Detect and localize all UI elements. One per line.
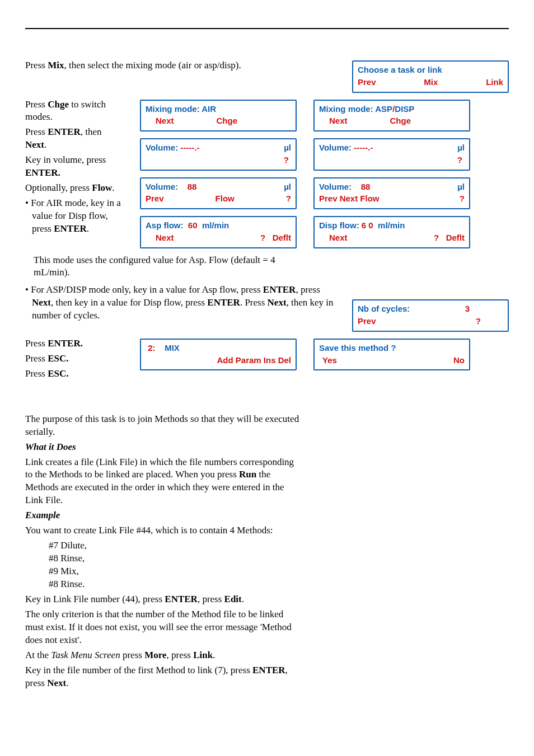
lcd-q[interactable]: ? [284, 154, 291, 166]
air-bullet: • For AIR mode, key in a value for Disp … [25, 197, 123, 236]
lcd-choose-task: Choose a task or link Prev Mix Link [352, 60, 509, 93]
lcd-mixing-asp: Mixing mode: ASP/DISP Next Chge [313, 100, 470, 132]
lcd-prev[interactable]: Prev [146, 192, 164, 205]
method-2: #8 Rinse, [25, 552, 299, 565]
example-heading: Example [25, 509, 299, 522]
lcd-flow[interactable]: Flow [216, 192, 235, 205]
lcd-next[interactable]: Next [319, 115, 348, 127]
t: Press [25, 60, 48, 71]
chge-text: Press Chge to switch modes. [25, 98, 123, 124]
lcd-unit: µl [284, 142, 291, 154]
t: , then select the mixing mode (air or as… [64, 60, 241, 71]
lcd-unit: µl [284, 181, 291, 193]
lcd-q[interactable]: ? [260, 233, 265, 242]
lcd-mixing-air: Mixing mode: AIR Next Chge [140, 100, 297, 132]
bold-mix: Mix [48, 60, 64, 71]
taskmenu-text: At the Task Menu Screen press More, pres… [25, 649, 299, 662]
lcd-line: Save this method ? [319, 342, 396, 354]
lcd-stack-right: Mixing mode: ASP/DISP Next Chge Volume: … [313, 96, 470, 252]
lcd-disp-flow: Disp flow: 6 0 ml/min Next ? Deflt [313, 216, 470, 248]
left-instructions: Press Chge to switch modes. Press ENTER,… [25, 96, 123, 252]
keyfirst-text: Key in the file number of the first Meth… [25, 664, 299, 690]
lcd-line: Mixing mode: ASP/DISP [319, 103, 414, 115]
lcd-q[interactable]: ? [457, 154, 465, 166]
lcd-chge[interactable]: Chge [390, 115, 411, 127]
method-3: #9 Mix, [25, 565, 299, 578]
press-esc-2: Press ESC. [25, 368, 123, 381]
lcd-volume-88-a: Volume: 88 µl Prev Flow ? [140, 177, 297, 210]
optflow-text: Optionally, press Flow. [25, 182, 123, 195]
lcd-yes[interactable]: Yes [319, 354, 337, 367]
lcd-next[interactable]: Next [146, 232, 174, 244]
lcd-cycles: Nb of cycles: 3 Prev ? [352, 299, 509, 332]
mode-flex-row: Press Chge to switch modes. Press ENTER,… [25, 96, 509, 252]
lcd-prev[interactable]: Prev [358, 76, 376, 88]
press-esc-1: Press ESC. [25, 353, 123, 365]
purpose-text: The purpose of this task is to join Meth… [25, 413, 299, 439]
lcd-volume-blank-2: Volume: -----.- µl ? [313, 138, 470, 171]
lcd-link[interactable]: Link [486, 76, 503, 88]
criterion-text: The only criterion is that the number of… [25, 608, 299, 647]
keyvol-text: Key in volume, press ENTER. [25, 154, 123, 180]
lcd-q[interactable]: ? [434, 233, 439, 242]
lcd-unit: µl [457, 181, 465, 193]
lcd-save-method: Save this method ? Yes No [313, 339, 470, 371]
lcd-volume-blank-1: Volume: -----.- µl ? [140, 138, 297, 171]
lcd-deflt[interactable]: Deflt [273, 233, 291, 242]
intro-text: Press Mix, then select the mixing mode (… [25, 59, 335, 72]
what-heading: What it Does [25, 441, 299, 454]
what-body: Link creates a file (Link File) in which… [25, 456, 299, 508]
enter-next-text: Press ENTER, then Next. [25, 126, 123, 152]
lcd-line: Choose a task or link [358, 64, 442, 76]
lcd-mix-step: 2: MIX Add Param Ins Del [140, 339, 297, 371]
method-1: #7 Dilute, [25, 539, 299, 552]
example-intro: You want to create Link File #44, which … [25, 524, 299, 537]
lcd-label: Nb of cycles: [358, 303, 410, 315]
lcd-value: 3 [465, 303, 503, 315]
lcd-asp-flow: Asp flow: 60 ml/min Next ? Deflt [140, 216, 297, 248]
lcd-stack-left: Mixing mode: AIR Next Chge Volume: -----… [140, 96, 297, 252]
lcd-no[interactable]: No [453, 354, 465, 367]
lcd-q[interactable]: ? [476, 315, 503, 327]
lcd-volume-88-b: Volume: 88 µl Prev Next Flow ? [313, 177, 470, 210]
lcd-actions[interactable]: Add Param Ins Del [217, 354, 291, 367]
asp-bullet: • For ASP/DISP mode only, key in a value… [25, 284, 335, 322]
press-enter-1: Press ENTER. [25, 337, 123, 350]
method-4: #8 Rinse. [25, 578, 299, 591]
lcd-line: Mixing mode: AIR [146, 103, 216, 115]
lcd-q[interactable]: ? [286, 192, 291, 205]
lcd-mix[interactable]: Mix [424, 76, 438, 88]
lcd-chge[interactable]: Chge [217, 115, 238, 127]
intro-row: Press Mix, then select the mixing mode (… [25, 57, 509, 96]
keylink-text: Key in Link File number (44), press ENTE… [25, 593, 299, 606]
top-rule [25, 28, 509, 29]
lcd-nav[interactable]: Prev Next Flow [319, 192, 380, 205]
lcd-unit: µl [457, 142, 465, 154]
lcd-next[interactable]: Next [319, 232, 348, 244]
lcd-prev[interactable]: Prev [358, 315, 376, 327]
air-tail: This mode uses the configured value for … [25, 254, 291, 280]
lcd-q[interactable]: ? [460, 192, 465, 205]
lcd-deflt[interactable]: Deflt [446, 233, 465, 242]
lcd-next[interactable]: Next [146, 115, 174, 127]
